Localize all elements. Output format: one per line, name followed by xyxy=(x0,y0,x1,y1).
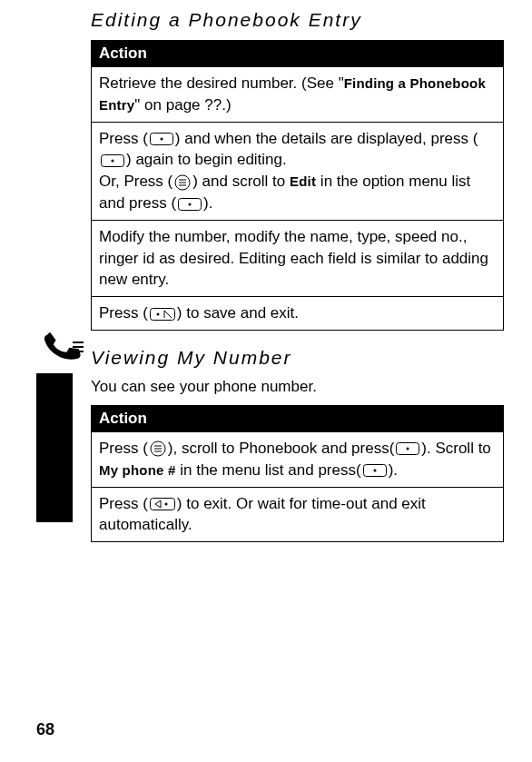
row-text: ), scroll to Phonebook and press( xyxy=(168,440,394,457)
back-key-icon xyxy=(150,498,175,510)
key-icon xyxy=(363,464,387,477)
key-icon xyxy=(178,198,202,211)
table-row: Modify the number, modify the name, type… xyxy=(92,220,503,296)
svg-point-20 xyxy=(407,448,409,450)
ok-key-icon xyxy=(150,308,175,321)
svg-point-14 xyxy=(156,312,159,315)
row-text: Press ( xyxy=(99,440,148,457)
row-text: Press ( xyxy=(99,495,148,512)
intro-text: You can see your phone number. xyxy=(91,378,505,396)
svg-rect-23 xyxy=(150,499,174,510)
row-text: Press ( xyxy=(99,130,148,147)
svg-point-22 xyxy=(373,470,376,472)
section-title-editing: Editing a Phonebook Entry xyxy=(91,9,505,31)
menu-key-icon xyxy=(174,174,191,191)
table-header: Action xyxy=(92,406,503,431)
sidebar-label: Phonebook xyxy=(44,411,63,505)
svg-point-12 xyxy=(189,203,192,205)
row-bold: My phone # xyxy=(99,462,176,478)
table-row: Press () to save and exit. xyxy=(92,296,503,330)
menu-key-icon xyxy=(150,440,166,457)
row-text: ) to save and exit. xyxy=(177,304,299,322)
table-header: Action xyxy=(92,41,503,66)
row-text: in the menu list and press( xyxy=(176,461,361,479)
phone-icon xyxy=(40,326,84,370)
row-text: ) and scroll to xyxy=(192,173,290,190)
row-text: ) and when the details are displayed, pr… xyxy=(175,130,478,147)
row-text: Retrieve the desired number. (See " xyxy=(99,74,344,92)
svg-rect-13 xyxy=(150,308,174,320)
section-title-viewing: Viewing My Number xyxy=(91,347,505,369)
table-row: Retrieve the desired number. (See "Findi… xyxy=(92,66,503,122)
phone-icon-container xyxy=(36,322,87,373)
svg-point-24 xyxy=(164,503,167,506)
row-text: " on page ??.) xyxy=(134,96,231,114)
row-text: Or, Press ( xyxy=(99,173,172,190)
page-content: Editing a Phonebook Entry Action Retriev… xyxy=(91,9,505,559)
table-row: Press (), scroll to Phonebook and press(… xyxy=(92,431,503,487)
row-text: ). Scroll to xyxy=(421,440,491,457)
key-icon xyxy=(396,442,419,455)
row-text: Modify the number, modify the name, type… xyxy=(99,228,488,289)
table-row: Press () and when the details are displa… xyxy=(92,122,503,220)
row-text: ). xyxy=(389,461,398,479)
action-table-1: Action Retrieve the desired number. (See… xyxy=(91,40,504,331)
table-row: Press () to exit. Or wait for time-out a… xyxy=(92,487,503,542)
svg-point-4 xyxy=(160,138,163,141)
key-icon xyxy=(150,133,173,145)
row-text: ). xyxy=(203,194,212,212)
page-number: 68 xyxy=(36,720,54,739)
key-icon xyxy=(101,154,124,167)
action-table-2: Action Press (), scroll to Phonebook and… xyxy=(91,405,504,542)
row-text: Press ( xyxy=(99,304,148,322)
row-text: ) again to begin editing. xyxy=(126,151,287,168)
row-bold: Edit xyxy=(290,173,316,189)
svg-point-6 xyxy=(112,159,114,162)
